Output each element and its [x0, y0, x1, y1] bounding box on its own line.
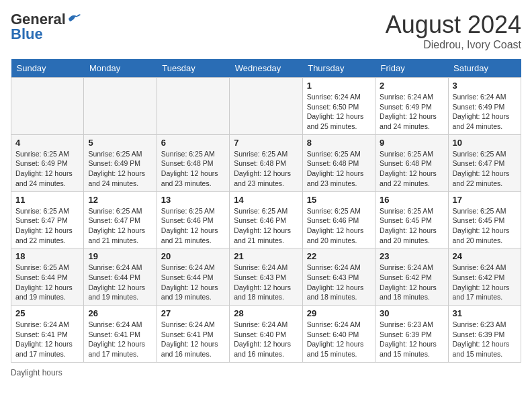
day-info: Sunrise: 6:25 AMSunset: 6:48 PMDaylight:…: [307, 149, 371, 189]
day-info: Sunrise: 6:24 AMSunset: 6:42 PMDaylight:…: [453, 263, 517, 302]
calendar-cell: 5Sunrise: 6:25 AMSunset: 6:49 PMDaylight…: [84, 134, 157, 191]
calendar-week-row: 25Sunrise: 6:24 AMSunset: 6:41 PMDayligh…: [11, 306, 521, 363]
day-info: Sunrise: 6:24 AMSunset: 6:49 PMDaylight:…: [380, 92, 443, 132]
day-info: Sunrise: 6:24 AMSunset: 6:49 PMDaylight:…: [453, 92, 517, 132]
calendar-cell: 28Sunrise: 6:24 AMSunset: 6:40 PMDayligh…: [230, 306, 302, 363]
day-number: 11: [15, 195, 79, 205]
calendar-cell: [11, 78, 84, 135]
calendar-cell: 14Sunrise: 6:25 AMSunset: 6:46 PMDayligh…: [230, 191, 302, 248]
day-number: 15: [307, 195, 371, 205]
footer-text: Daylight hours: [11, 368, 62, 377]
calendar-header-row: SundayMondayTuesdayWednesdayThursdayFrid…: [11, 59, 521, 78]
day-info: Sunrise: 6:24 AMSunset: 6:41 PMDaylight:…: [15, 320, 79, 359]
day-number: 28: [234, 308, 298, 318]
calendar-week-row: 1Sunrise: 6:24 AMSunset: 6:50 PMDaylight…: [11, 78, 521, 135]
day-info: Sunrise: 6:25 AMSunset: 6:46 PMDaylight:…: [234, 206, 298, 246]
day-info: Sunrise: 6:24 AMSunset: 6:44 PMDaylight:…: [161, 263, 225, 302]
calendar-cell: 23Sunrise: 6:24 AMSunset: 6:42 PMDayligh…: [375, 248, 448, 306]
day-info: Sunrise: 6:25 AMSunset: 6:47 PMDaylight:…: [15, 206, 79, 246]
calendar-week-row: 4Sunrise: 6:25 AMSunset: 6:49 PMDaylight…: [11, 134, 521, 191]
day-info: Sunrise: 6:24 AMSunset: 6:41 PMDaylight:…: [161, 320, 225, 359]
calendar-cell: 27Sunrise: 6:24 AMSunset: 6:41 PMDayligh…: [157, 306, 229, 363]
day-number: 12: [88, 195, 152, 205]
day-info: Sunrise: 6:25 AMSunset: 6:46 PMDaylight:…: [161, 206, 225, 246]
calendar-cell: 4Sunrise: 6:25 AMSunset: 6:49 PMDaylight…: [11, 134, 84, 191]
day-info: Sunrise: 6:25 AMSunset: 6:49 PMDaylight:…: [88, 149, 152, 189]
day-number: 27: [161, 308, 225, 318]
calendar-cell: 10Sunrise: 6:25 AMSunset: 6:47 PMDayligh…: [448, 134, 521, 191]
calendar-header-sunday: Sunday: [11, 59, 84, 78]
day-info: Sunrise: 6:24 AMSunset: 6:43 PMDaylight:…: [307, 263, 371, 302]
day-number: 29: [307, 308, 371, 318]
day-info: Sunrise: 6:24 AMSunset: 6:42 PMDaylight:…: [380, 263, 443, 302]
day-info: Sunrise: 6:24 AMSunset: 6:40 PMDaylight:…: [307, 320, 371, 359]
day-number: 24: [453, 251, 517, 261]
day-info: Sunrise: 6:25 AMSunset: 6:45 PMDaylight:…: [453, 206, 517, 246]
calendar-cell: 20Sunrise: 6:24 AMSunset: 6:44 PMDayligh…: [157, 248, 229, 306]
day-info: Sunrise: 6:23 AMSunset: 6:39 PMDaylight:…: [380, 320, 443, 359]
day-number: 20: [161, 251, 225, 261]
calendar-cell: 11Sunrise: 6:25 AMSunset: 6:47 PMDayligh…: [11, 191, 84, 248]
calendar-cell: 13Sunrise: 6:25 AMSunset: 6:46 PMDayligh…: [157, 191, 229, 248]
calendar-cell: 6Sunrise: 6:25 AMSunset: 6:48 PMDaylight…: [157, 134, 229, 191]
day-number: 21: [234, 251, 298, 261]
day-info: Sunrise: 6:24 AMSunset: 6:41 PMDaylight:…: [88, 320, 152, 359]
day-number: 7: [234, 138, 298, 148]
calendar-week-row: 11Sunrise: 6:25 AMSunset: 6:47 PMDayligh…: [11, 191, 521, 248]
day-number: 1: [307, 81, 371, 91]
day-number: 16: [380, 195, 443, 205]
day-info: Sunrise: 6:24 AMSunset: 6:50 PMDaylight:…: [307, 92, 371, 132]
calendar-cell: 22Sunrise: 6:24 AMSunset: 6:43 PMDayligh…: [302, 248, 375, 306]
day-info: Sunrise: 6:25 AMSunset: 6:47 PMDaylight:…: [453, 149, 517, 189]
calendar-cell: 12Sunrise: 6:25 AMSunset: 6:47 PMDayligh…: [84, 191, 157, 248]
page-header: General Blue August 2024 Diedrou, Ivory …: [11, 11, 521, 51]
calendar-cell: 2Sunrise: 6:24 AMSunset: 6:49 PMDaylight…: [375, 78, 448, 135]
logo-blue: Blue: [11, 26, 43, 43]
calendar-cell: [84, 78, 157, 135]
day-info: Sunrise: 6:25 AMSunset: 6:48 PMDaylight:…: [380, 149, 443, 189]
calendar-header-friday: Friday: [375, 59, 448, 78]
calendar-week-row: 18Sunrise: 6:25 AMSunset: 6:44 PMDayligh…: [11, 248, 521, 306]
calendar-cell: 7Sunrise: 6:25 AMSunset: 6:48 PMDaylight…: [230, 134, 302, 191]
day-number: 19: [88, 251, 152, 261]
day-number: 14: [234, 195, 298, 205]
day-number: 6: [161, 138, 225, 148]
calendar-cell: 25Sunrise: 6:24 AMSunset: 6:41 PMDayligh…: [11, 306, 84, 363]
day-info: Sunrise: 6:25 AMSunset: 6:48 PMDaylight:…: [161, 149, 225, 189]
day-number: 30: [380, 308, 443, 318]
day-info: Sunrise: 6:24 AMSunset: 6:44 PMDaylight:…: [88, 263, 152, 302]
day-number: 31: [453, 308, 517, 318]
calendar-header-monday: Monday: [84, 59, 157, 78]
calendar-cell: 1Sunrise: 6:24 AMSunset: 6:50 PMDaylight…: [302, 78, 375, 135]
day-info: Sunrise: 6:24 AMSunset: 6:43 PMDaylight:…: [234, 263, 298, 302]
calendar-cell: 3Sunrise: 6:24 AMSunset: 6:49 PMDaylight…: [448, 78, 521, 135]
month-year-title: August 2024: [386, 11, 521, 39]
day-number: 22: [307, 251, 371, 261]
calendar-cell: 18Sunrise: 6:25 AMSunset: 6:44 PMDayligh…: [11, 248, 84, 306]
calendar-table: SundayMondayTuesdayWednesdayThursdayFrid…: [11, 59, 521, 363]
day-number: 8: [307, 138, 371, 148]
calendar-cell: 19Sunrise: 6:24 AMSunset: 6:44 PMDayligh…: [84, 248, 157, 306]
day-info: Sunrise: 6:25 AMSunset: 6:49 PMDaylight:…: [15, 149, 79, 189]
day-info: Sunrise: 6:24 AMSunset: 6:40 PMDaylight:…: [234, 320, 298, 359]
calendar-cell: 24Sunrise: 6:24 AMSunset: 6:42 PMDayligh…: [448, 248, 521, 306]
calendar-cell: [230, 78, 302, 135]
calendar-cell: 26Sunrise: 6:24 AMSunset: 6:41 PMDayligh…: [84, 306, 157, 363]
logo-bird-icon: [67, 12, 82, 24]
calendar-cell: 21Sunrise: 6:24 AMSunset: 6:43 PMDayligh…: [230, 248, 302, 306]
logo: General Blue: [11, 11, 82, 43]
calendar-cell: 8Sunrise: 6:25 AMSunset: 6:48 PMDaylight…: [302, 134, 375, 191]
day-number: 9: [380, 138, 443, 148]
calendar-cell: [157, 78, 229, 135]
day-number: 17: [453, 195, 517, 205]
calendar-header-thursday: Thursday: [302, 59, 375, 78]
day-number: 18: [15, 251, 79, 261]
day-info: Sunrise: 6:25 AMSunset: 6:46 PMDaylight:…: [307, 206, 371, 246]
calendar-cell: 30Sunrise: 6:23 AMSunset: 6:39 PMDayligh…: [375, 306, 448, 363]
location-subtitle: Diedrou, Ivory Coast: [386, 39, 521, 51]
day-info: Sunrise: 6:25 AMSunset: 6:47 PMDaylight:…: [88, 206, 152, 246]
day-number: 3: [453, 81, 517, 91]
calendar-header-saturday: Saturday: [448, 59, 521, 78]
day-number: 10: [453, 138, 517, 148]
calendar-cell: 31Sunrise: 6:23 AMSunset: 6:39 PMDayligh…: [448, 306, 521, 363]
